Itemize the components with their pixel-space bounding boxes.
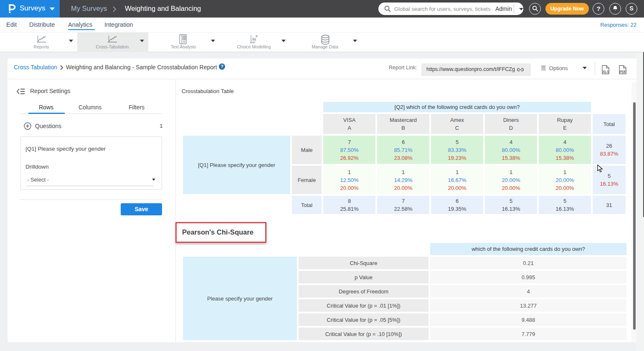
- svg-text:PDF: PDF: [620, 70, 626, 74]
- svg-text:XLS: XLS: [603, 70, 609, 74]
